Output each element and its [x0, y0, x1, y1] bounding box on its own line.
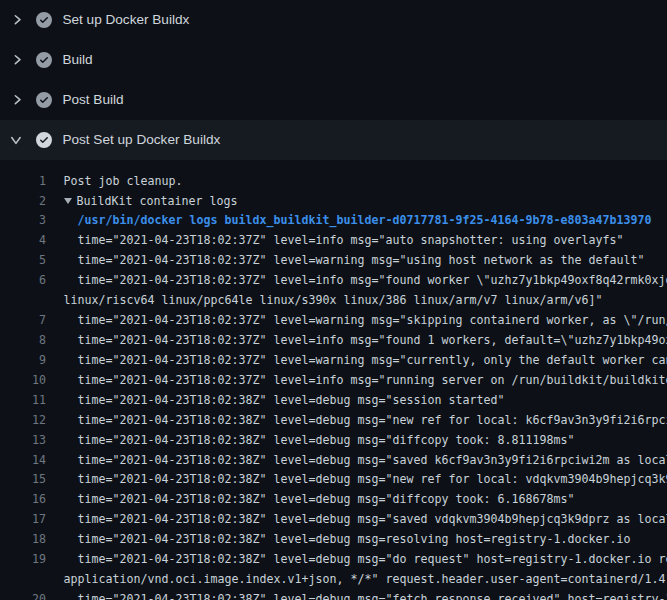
step-title: Build	[62, 40, 92, 80]
chevron-right-icon[interactable]	[8, 51, 24, 67]
log-line-text: time="2021-04-23T18:02:38Z" level=debug …	[64, 510, 667, 530]
log-line: 13 time="2021-04-23T18:02:38Z" level=deb…	[0, 431, 667, 451]
step-header-post-build[interactable]: Post Build	[0, 80, 667, 120]
log-line-number[interactable]: 5	[0, 251, 46, 271]
log-line-number[interactable]: 19	[0, 550, 46, 570]
log-line-number[interactable]: 14	[0, 451, 46, 471]
log-line-number[interactable]: 6	[0, 271, 46, 291]
log-line-text: time="2021-04-23T18:02:38Z" level=debug …	[64, 411, 667, 431]
log-line-number[interactable]: 16	[0, 490, 46, 510]
log-line-number[interactable]: 17	[0, 510, 46, 530]
log-line-number[interactable]: 7	[0, 311, 46, 331]
log-line-number[interactable]: 10	[0, 371, 46, 391]
log-line-number[interactable]: 3	[0, 211, 46, 231]
log-line: 6 time="2021-04-23T18:02:37Z" level=info…	[0, 271, 667, 291]
log-line: 7 time="2021-04-23T18:02:37Z" level=warn…	[0, 311, 667, 331]
log-line-text: time="2021-04-23T18:02:37Z" level=warnin…	[64, 311, 667, 331]
log-lines: 1Post job cleanup.2BuildKit container lo…	[0, 160, 667, 600]
log-line-number[interactable]: 20	[0, 590, 46, 600]
log-line-text: time="2021-04-23T18:02:38Z" level=debug …	[64, 550, 667, 570]
log-line-text: /usr/bin/docker logs buildx_buildkit_bui…	[64, 211, 652, 231]
log-line-text: time="2021-04-23T18:02:37Z" level=warnin…	[64, 351, 667, 371]
log-line-text: time="2021-04-23T18:02:38Z" level=debug …	[64, 470, 667, 490]
log-line: 19 time="2021-04-23T18:02:38Z" level=deb…	[0, 550, 667, 570]
log-line: 12 time="2021-04-23T18:02:38Z" level=deb…	[0, 411, 667, 431]
log-line-text: time="2021-04-23T18:02:38Z" level=debug …	[64, 431, 575, 451]
log-line-wrap-continuation: application/vnd.oci.image.index.v1+json,…	[0, 570, 667, 590]
log-line-number[interactable]: 11	[0, 391, 46, 411]
log-line: 17 time="2021-04-23T18:02:38Z" level=deb…	[0, 510, 667, 530]
log-line: 16 time="2021-04-23T18:02:38Z" level=deb…	[0, 490, 667, 510]
log-line: 14 time="2021-04-23T18:02:38Z" level=deb…	[0, 451, 667, 471]
step-header-build[interactable]: Build	[0, 40, 667, 80]
log-line: 10 time="2021-04-23T18:02:37Z" level=inf…	[0, 371, 667, 391]
log-line-text: time="2021-04-23T18:02:38Z" level=debug …	[64, 590, 667, 600]
chevron-right-icon[interactable]	[8, 11, 24, 27]
chevron-down-icon[interactable]	[8, 131, 24, 147]
log-line: 18 time="2021-04-23T18:02:38Z" level=deb…	[0, 530, 667, 550]
log-line-text: time="2021-04-23T18:02:37Z" level=info m…	[64, 271, 667, 291]
log-line-text: time="2021-04-23T18:02:37Z" level=warnin…	[64, 251, 645, 271]
log-line-text: linux/riscv64 linux/ppc64le linux/s390x …	[64, 291, 603, 311]
check-circle-icon	[36, 92, 52, 108]
group-title[interactable]: BuildKit container logs	[77, 194, 238, 208]
log-line-number[interactable]: 13	[0, 431, 46, 451]
log-line-text: time="2021-04-23T18:02:37Z" level=info m…	[64, 371, 667, 391]
check-circle-icon	[36, 52, 52, 68]
log-line-text: time="2021-04-23T18:02:38Z" level=debug …	[64, 391, 505, 411]
step-title: Post Set up Docker Buildx	[62, 120, 220, 160]
log-line-text: time="2021-04-23T18:02:37Z" level=info m…	[64, 331, 667, 351]
log-line: 15 time="2021-04-23T18:02:38Z" level=deb…	[0, 470, 667, 490]
log-line-number[interactable]: 15	[0, 470, 46, 490]
workflow-log-viewer: Set up Docker BuildxBuildPost BuildPost …	[0, 0, 667, 600]
group-collapse-caret-icon[interactable]	[64, 198, 72, 204]
log-line-text: BuildKit container logs	[64, 192, 238, 212]
log-line-number[interactable]: 8	[0, 331, 46, 351]
log-line: 11 time="2021-04-23T18:02:38Z" level=deb…	[0, 391, 667, 411]
chevron-right-icon[interactable]	[8, 91, 24, 107]
log-line-number[interactable]: 9	[0, 351, 46, 371]
check-circle-icon	[36, 132, 52, 148]
steps-list: Set up Docker BuildxBuildPost BuildPost …	[0, 0, 667, 160]
log-line-text: Post job cleanup.	[64, 172, 183, 192]
log-line-number[interactable]: 18	[0, 530, 46, 550]
step-header-set-up-docker-buildx[interactable]: Set up Docker Buildx	[0, 0, 667, 40]
log-line-text: time="2021-04-23T18:02:38Z" level=debug …	[64, 530, 631, 550]
step-title: Set up Docker Buildx	[62, 0, 189, 40]
log-line-number	[0, 570, 46, 590]
step-header-post-set-up-docker-buildx[interactable]: Post Set up Docker Buildx	[0, 120, 667, 160]
log-line-number[interactable]: 4	[0, 231, 46, 251]
log-line-number[interactable]: 1	[0, 172, 46, 192]
log-line: 9 time="2021-04-23T18:02:37Z" level=warn…	[0, 351, 667, 371]
log-line: 2BuildKit container logs	[0, 192, 667, 212]
step-title: Post Build	[62, 80, 123, 120]
log-line: 4 time="2021-04-23T18:02:37Z" level=info…	[0, 231, 667, 251]
log-line-command: 3 /usr/bin/docker logs buildx_buildkit_b…	[0, 211, 667, 231]
log-line: 8 time="2021-04-23T18:02:37Z" level=info…	[0, 331, 667, 351]
log-line-text: time="2021-04-23T18:02:37Z" level=info m…	[64, 231, 624, 251]
log-line-number[interactable]: 12	[0, 411, 46, 431]
log-line: 1Post job cleanup.	[0, 172, 667, 192]
log-line-text: time="2021-04-23T18:02:38Z" level=debug …	[64, 490, 575, 510]
log-line-number	[0, 291, 46, 311]
log-line-number[interactable]: 2	[0, 192, 46, 212]
check-circle-icon	[36, 12, 52, 28]
log-line-wrap-continuation: linux/riscv64 linux/ppc64le linux/s390x …	[0, 291, 667, 311]
log-line: 5 time="2021-04-23T18:02:37Z" level=warn…	[0, 251, 667, 271]
log-line: 20 time="2021-04-23T18:02:38Z" level=deb…	[0, 590, 667, 600]
log-line-text: time="2021-04-23T18:02:38Z" level=debug …	[64, 451, 667, 471]
log-line-text: application/vnd.oci.image.index.v1+json,…	[64, 570, 667, 590]
